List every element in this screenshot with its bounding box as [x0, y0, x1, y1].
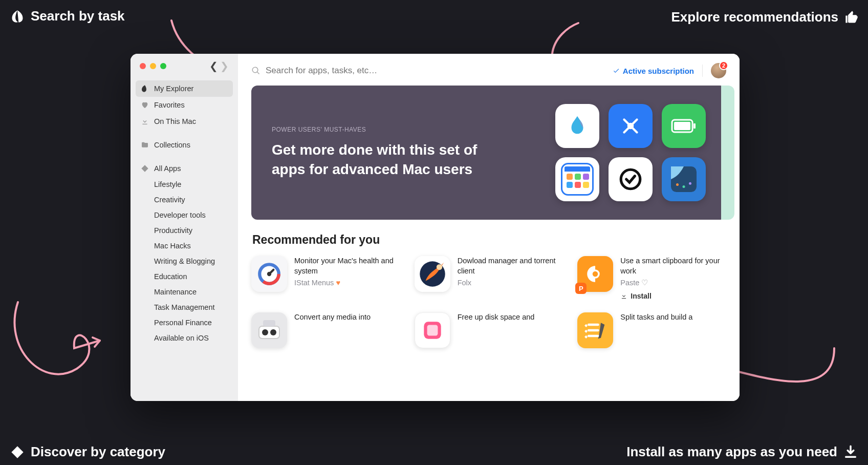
rec-title: Convert any media into: [294, 312, 400, 323]
svg-point-11: [267, 272, 271, 276]
avatar[interactable]: 2: [711, 63, 726, 78]
hero-title: Get more done with this set of apps for …: [272, 140, 487, 179]
sidebar-category-developer-tools[interactable]: Developer tools: [136, 207, 233, 223]
rec-title: Dowload manager and torrent client: [458, 256, 563, 276]
sidebar-item-label: Favorites: [154, 101, 185, 109]
sidebar-item-collections[interactable]: Collections: [136, 137, 233, 153]
app-window: ❮ ❯ My Explorer Favorites On This Mac Co…: [131, 54, 740, 401]
sidebar-category-writing-blogging[interactable]: Writing & Blogging: [136, 253, 233, 269]
hero-app-icon[interactable]: [555, 104, 599, 148]
sidebar-item-label: On This Mac: [154, 117, 196, 125]
hero-banner[interactable]: POWER USERS' MUST-HAVES Get more done wi…: [251, 86, 726, 220]
window-controls: [140, 63, 166, 69]
download-icon: [620, 292, 627, 300]
hero-app-icon[interactable]: [609, 157, 653, 201]
recommendation-card[interactable]: Convert any media into: [251, 312, 400, 348]
sidebar-category-creativity[interactable]: Creativity: [136, 192, 233, 207]
sidebar: ❮ ❯ My Explorer Favorites On This Mac Co…: [131, 54, 238, 401]
svg-point-8: [689, 182, 691, 185]
svg-point-7: [683, 185, 685, 188]
scroll-content: POWER USERS' MUST-HAVES Get more done wi…: [238, 86, 740, 401]
subscription-status[interactable]: Active subscription: [613, 67, 694, 75]
sidebar-category-lifestyle[interactable]: Lifestyle: [136, 177, 233, 192]
svg-point-17: [270, 329, 276, 335]
leaf-icon: [10, 9, 25, 24]
forward-button[interactable]: ❯: [220, 61, 229, 71]
callout-recommendations: Explore recommendations: [671, 9, 859, 25]
sidebar-item-label: My Explorer: [154, 84, 193, 93]
sidebar-category-productivity[interactable]: Productivity: [136, 223, 233, 238]
svg-point-13: [437, 264, 442, 270]
download-icon: [141, 117, 149, 125]
folder-icon: [141, 141, 149, 149]
hero-kicker: POWER USERS' MUST-HAVES: [272, 126, 540, 133]
svg-rect-2: [674, 122, 690, 130]
svg-point-6: [676, 183, 679, 186]
app-icon: [415, 256, 450, 292]
notification-badge: 2: [719, 61, 728, 70]
check-icon: [613, 67, 620, 74]
sidebar-item-my-explorer[interactable]: My Explorer: [136, 80, 233, 97]
callout-search-by-task: Search by task: [10, 8, 125, 24]
hero-app-icon[interactable]: [555, 157, 599, 201]
sidebar-category-task-management[interactable]: Task Management: [136, 300, 233, 315]
hero-app-icon[interactable]: [662, 157, 706, 201]
search-field[interactable]: [251, 66, 604, 76]
diamond-icon: [10, 445, 25, 459]
titlebar: ❮ ❯: [131, 61, 238, 80]
recommendation-card[interactable]: Dowload manager and torrent client Folx: [415, 256, 563, 301]
rec-title: Free up disk space and: [458, 312, 563, 323]
hero-app-grid: [555, 104, 706, 201]
search-icon: [251, 66, 261, 75]
back-button[interactable]: ❮: [209, 61, 218, 71]
minimize-button[interactable]: [150, 63, 156, 69]
sidebar-category-available-ios[interactable]: Available on iOS: [136, 330, 233, 346]
sidebar-category-personal-finance[interactable]: Personal Finance: [136, 315, 233, 330]
divider: [702, 65, 703, 77]
recommendation-card[interactable]: Monitor your Mac's health and system ISt…: [251, 256, 400, 301]
hero-app-icon[interactable]: [609, 104, 653, 148]
sidebar-item-label: Collections: [154, 141, 190, 149]
hero-app-icon[interactable]: [662, 104, 706, 148]
subscription-label: Active subscription: [623, 67, 694, 75]
callout-label: Install as many apps as you need: [626, 444, 837, 460]
app-icon: [415, 312, 450, 348]
close-button[interactable]: [140, 63, 146, 69]
next-banner-peek[interactable]: [721, 86, 734, 220]
search-input[interactable]: [266, 66, 604, 76]
zoom-button[interactable]: [160, 63, 166, 69]
app-icon: [251, 312, 287, 348]
sidebar-category-mac-hacks[interactable]: Mac Hacks: [136, 238, 233, 253]
recommendations-grid: Monitor your Mac's health and system ISt…: [251, 256, 726, 348]
section-title: Recommended for you: [252, 233, 726, 247]
rec-app-name: IStat Menus ♥: [294, 279, 400, 287]
callout-discover-category: Discover by category: [10, 444, 165, 460]
svg-rect-20: [427, 325, 438, 336]
diamond-icon: [141, 164, 149, 173]
heart-icon[interactable]: ♡: [641, 279, 648, 287]
rec-title: Monitor your Mac's health and system: [294, 256, 400, 276]
heart-icon[interactable]: ♥: [336, 279, 340, 287]
heart-icon: [141, 101, 149, 109]
sidebar-item-all-apps[interactable]: All Apps: [136, 160, 233, 177]
rec-app-name: Paste ♡: [620, 279, 726, 287]
main-content: Active subscription 2 POWER USERS' MUST-…: [238, 54, 740, 401]
rec-title: Use a smart clipboard for your work: [620, 256, 726, 276]
recommendation-card[interactable]: P Use a smart clipboard for your work Pa…: [577, 256, 726, 301]
sidebar-category-education[interactable]: Education: [136, 269, 233, 284]
svg-point-14: [592, 270, 599, 278]
svg-point-16: [262, 329, 268, 335]
sidebar-category-maintenance[interactable]: Maintenance: [136, 284, 233, 300]
sidebar-item-on-this-mac[interactable]: On This Mac: [136, 113, 233, 130]
download-icon: [843, 445, 858, 459]
callout-label: Discover by category: [31, 444, 165, 460]
recommendation-card[interactable]: Free up disk space and: [415, 312, 563, 348]
sidebar-item-favorites[interactable]: Favorites: [136, 97, 233, 113]
svg-rect-18: [263, 320, 275, 326]
app-icon: [251, 256, 287, 292]
app-icon: P: [577, 256, 613, 292]
install-button[interactable]: Install: [620, 292, 651, 300]
recommendation-card[interactable]: Split tasks and build a: [577, 312, 726, 348]
callout-label: Search by task: [31, 8, 125, 24]
app-icon: [577, 312, 613, 348]
